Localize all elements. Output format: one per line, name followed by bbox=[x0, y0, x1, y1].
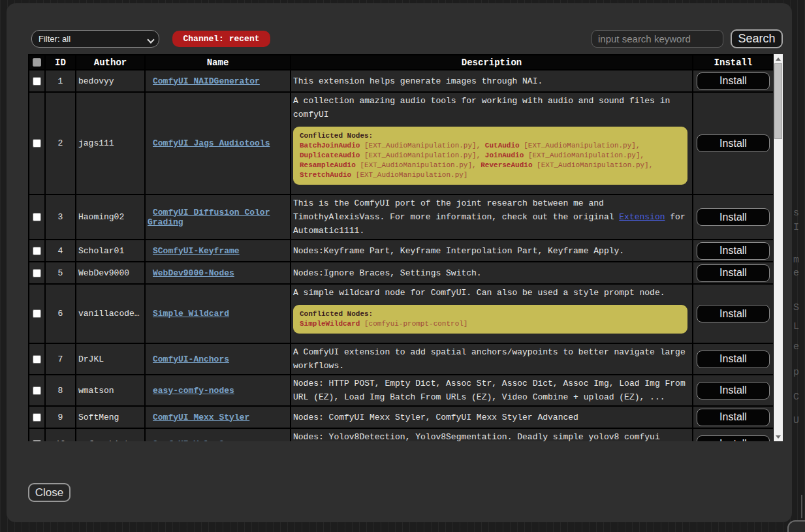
scrollbar-thumb[interactable] bbox=[774, 63, 782, 139]
name-link[interactable]: easy-comfy-nodes bbox=[148, 386, 234, 396]
cell-install: Install bbox=[693, 70, 774, 92]
name-link[interactable]: ComfyUI_Mexx_Styler bbox=[148, 413, 249, 422]
channel-badge[interactable]: Channel: recent bbox=[172, 31, 270, 47]
dialog-body: Filter: all Channel: recent Search IDAut… bbox=[28, 29, 783, 502]
install-button[interactable]: Install bbox=[697, 72, 770, 90]
name-link[interactable]: SComfyUI-Keyframe bbox=[148, 246, 240, 256]
install-button[interactable]: Install bbox=[697, 264, 770, 282]
name-link[interactable]: ComfyUI-Anchors bbox=[148, 354, 229, 364]
cell-name: ComfyUI_Mexx_Styler bbox=[145, 406, 291, 428]
conflict-title: Conflicted Nodes: bbox=[300, 309, 681, 319]
row-checkbox[interactable] bbox=[33, 139, 41, 148]
install-button[interactable]: Install bbox=[697, 134, 770, 152]
scrollbar[interactable] bbox=[774, 54, 783, 441]
row-checkbox[interactable] bbox=[33, 440, 41, 441]
cell-install: Install bbox=[693, 428, 774, 441]
cell-id: 3 bbox=[45, 195, 76, 240]
cell-author: zcfrank1st bbox=[76, 428, 145, 441]
row-checkbox[interactable] bbox=[33, 77, 41, 86]
table-row: 2jags111ComfyUI_Jags_AudiotoolsA collect… bbox=[29, 92, 774, 195]
row-checkbox[interactable] bbox=[33, 269, 41, 277]
row-checkbox[interactable] bbox=[33, 355, 41, 364]
row-checkbox[interactable] bbox=[33, 309, 41, 318]
search-input[interactable] bbox=[592, 30, 723, 48]
cell-name: easy-comfy-nodes bbox=[145, 375, 291, 406]
background-text-fragment: L bbox=[793, 321, 799, 332]
background-text-fragment: e bbox=[793, 341, 799, 352]
install-button[interactable]: Install bbox=[697, 351, 770, 368]
background-menu-edge: sImeSLepCU bbox=[790, 0, 805, 532]
conflict-list: SimpleWildcard [comfyui-prompt-control] bbox=[300, 319, 681, 329]
cell-description: A simple wildcard node for ComfyUI. Can … bbox=[291, 284, 693, 343]
background-text-fragment: e bbox=[793, 268, 799, 279]
conflict-node-source: [EXT_AudioManipulation.py] bbox=[524, 151, 640, 159]
row-select-cell bbox=[29, 406, 45, 428]
row-select-cell bbox=[29, 92, 45, 195]
cell-name: ComfyUI Diffusion Color Grading bbox=[145, 195, 291, 240]
cell-author: wmatson bbox=[76, 375, 145, 406]
table-row: 1bedovyyComfyUI_NAIDGeneratorThis extens… bbox=[29, 70, 774, 92]
filter-select-wrap: Filter: all bbox=[31, 30, 159, 48]
install-button[interactable]: Install bbox=[697, 382, 770, 399]
row-select-cell bbox=[29, 195, 45, 240]
name-link[interactable]: ComfyUI Diffusion Color Grading bbox=[148, 208, 288, 227]
conflict-node-source: [EXT_AudioManipulation.py] bbox=[356, 161, 472, 169]
header-select-all[interactable] bbox=[29, 55, 45, 70]
page-background: { "toolbar": { "filter_label": "Filter: … bbox=[0, 0, 805, 532]
name-link[interactable]: ComfyUI Yolov8 bbox=[148, 439, 224, 442]
conflict-node-name: StretchAudio bbox=[300, 171, 351, 179]
cell-install: Install bbox=[693, 343, 774, 375]
row-checkbox[interactable] bbox=[33, 386, 41, 395]
cell-install: Install bbox=[693, 284, 774, 343]
close-button[interactable]: Close bbox=[28, 483, 71, 502]
row-select-cell bbox=[29, 284, 45, 343]
install-button[interactable]: Install bbox=[697, 435, 770, 442]
filter-select[interactable]: Filter: all bbox=[31, 30, 159, 48]
cell-description: This extension helps generate images thr… bbox=[291, 70, 693, 92]
cell-author: Haoming02 bbox=[76, 195, 145, 240]
install-button[interactable]: Install bbox=[697, 409, 770, 426]
table-row: 3Haoming02ComfyUI Diffusion Color Gradin… bbox=[29, 195, 774, 240]
name-link[interactable]: ComfyUI_NAIDGenerator bbox=[148, 76, 260, 86]
scrollbar-up-button[interactable] bbox=[774, 54, 783, 63]
name-link[interactable]: WebDev9000-Nodes bbox=[148, 268, 234, 278]
cell-description: Nodes: ComfyUI Mexx Styler, ComfyUI Mexx… bbox=[291, 406, 693, 428]
conflict-node-name: DuplicateAudio bbox=[300, 151, 360, 159]
cell-author: Scholar01 bbox=[76, 240, 145, 262]
description-link[interactable]: Extension bbox=[619, 212, 665, 222]
cell-author: DrJKL bbox=[76, 343, 145, 375]
table-row: 7DrJKLComfyUI-AnchorsA ComfyUI extension… bbox=[29, 343, 774, 375]
cell-author: SoftMeng bbox=[76, 406, 145, 428]
conflict-node-name: JoinAudio bbox=[485, 151, 524, 159]
cell-name: WebDev9000-Nodes bbox=[145, 262, 291, 284]
conflict-node-name: CutAudio bbox=[485, 142, 520, 149]
conflict-node-name: BatchJoinAudio bbox=[300, 142, 360, 149]
name-link[interactable]: ComfyUI_Jags_Audiotools bbox=[148, 138, 270, 148]
row-checkbox[interactable] bbox=[33, 413, 41, 422]
conflict-node-source: [EXT_AudioManipulation.py] bbox=[360, 151, 476, 159]
cell-description: This is the ComfyUI port of the joint re… bbox=[291, 195, 693, 240]
cell-author: WebDev9000 bbox=[76, 262, 145, 284]
name-link[interactable]: Simple Wildcard bbox=[148, 309, 229, 319]
table-row: 5WebDev9000WebDev9000-NodesNodes:Ignore … bbox=[29, 262, 774, 284]
description-text: Nodes: Yolov8Detection, Yolov8Segmentati… bbox=[293, 430, 690, 441]
background-text-fragment: p bbox=[793, 367, 799, 378]
table-header: IDAuthorNameDescriptionInstall bbox=[29, 55, 774, 70]
table-row: 6vanillacode…Simple WildcardA simple wil… bbox=[29, 284, 774, 343]
row-checkbox[interactable] bbox=[33, 247, 41, 255]
install-button[interactable]: Install bbox=[697, 208, 770, 226]
install-button[interactable]: Install bbox=[697, 305, 770, 322]
select-all-checkbox[interactable] bbox=[33, 58, 41, 67]
cell-name: ComfyUI-Anchors bbox=[145, 343, 291, 375]
description-text: Nodes:Keyframe Part, Keyframe Interpolat… bbox=[293, 244, 690, 258]
scrollbar-down-button[interactable] bbox=[774, 432, 783, 441]
install-button[interactable]: Install bbox=[697, 242, 770, 260]
description-text: A simple wildcard node for ComfyUI. Can … bbox=[293, 286, 690, 300]
cell-install: Install bbox=[693, 406, 774, 428]
search-button[interactable]: Search bbox=[731, 29, 783, 48]
cell-name: SComfyUI-Keyframe bbox=[145, 240, 291, 262]
cell-install: Install bbox=[693, 240, 774, 262]
row-checkbox[interactable] bbox=[33, 213, 41, 221]
column-header-install: Install bbox=[693, 55, 774, 70]
cell-id: 9 bbox=[45, 406, 76, 428]
